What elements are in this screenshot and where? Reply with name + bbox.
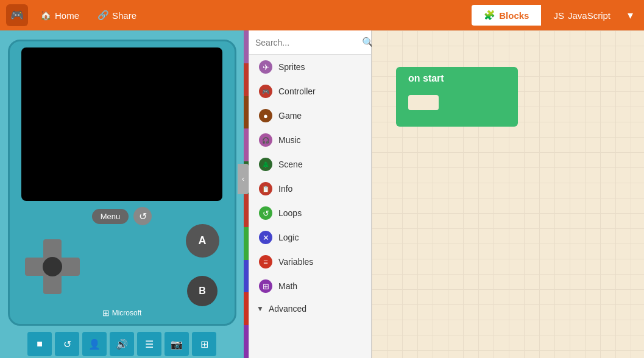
device-body: Menu ↺ A B ⊞ Microsoft: [8, 40, 236, 326]
advanced-chevron-icon: ▼: [257, 304, 264, 313]
logic-label: Logic: [278, 233, 299, 242]
music-icon: 🎧: [259, 133, 272, 147]
javascript-tab[interactable]: JS JavaScript: [541, 5, 623, 26]
windows-icon: ⊞: [102, 308, 110, 318]
js-icon: JS: [553, 10, 564, 21]
list-button[interactable]: ☰: [137, 332, 161, 356]
search-area: 🔍: [249, 30, 371, 55]
game-label: Game: [278, 111, 302, 121]
refresh-button[interactable]: ↺: [55, 332, 79, 356]
logic-icon: ✕: [259, 231, 272, 244]
device-screen: [21, 47, 222, 201]
blocks-panel: 🔍 ✈ Sprites 🎮 Controller ● Game 🎧: [244, 30, 372, 358]
category-controller[interactable]: 🎮 Controller: [249, 79, 371, 104]
logo-icon: 🎮: [10, 9, 24, 22]
math-icon: ⊞: [259, 279, 272, 293]
block-on-start[interactable]: on start: [396, 67, 518, 127]
loops-icon: ↺: [259, 206, 272, 220]
game-icon: ●: [259, 109, 272, 122]
button-b[interactable]: B: [187, 276, 218, 306]
microsoft-label: Microsoft: [112, 309, 142, 317]
stop-button[interactable]: ■: [27, 332, 52, 356]
category-advanced[interactable]: ▼ Advanced: [249, 298, 371, 319]
category-panel: 🔍 ✈ Sprites 🎮 Controller ● Game 🎧: [249, 30, 371, 358]
button-a[interactable]: A: [186, 224, 219, 258]
controller-icon: 🎮: [259, 85, 272, 98]
category-math[interactable]: ⊞ Math: [249, 274, 371, 298]
device-refresh-button[interactable]: ↺: [133, 207, 152, 225]
collapse-button[interactable]: ‹: [238, 164, 249, 194]
block-notch: [408, 95, 439, 110]
menu-area: Menu ↺: [92, 207, 152, 225]
screenshot-button[interactable]: 📷: [165, 332, 189, 356]
scene-icon: 🌲: [259, 158, 272, 171]
sprites-label: Sprites: [278, 62, 305, 72]
loops-label: Loops: [278, 208, 302, 218]
menu-button[interactable]: Menu: [92, 209, 129, 224]
simulator-panel: Menu ↺ A B ⊞ Microsoft: [0, 30, 244, 358]
fullscreen-button[interactable]: ⊞: [192, 332, 216, 356]
dpad-center: [43, 257, 62, 276]
sprites-icon: ✈: [259, 60, 272, 74]
category-scene[interactable]: 🌲 Scene: [249, 152, 371, 177]
microsoft-logo: ⊞ Microsoft: [102, 308, 142, 318]
view-dropdown[interactable]: ▾: [623, 4, 638, 27]
dpad[interactable]: [25, 239, 80, 294]
category-logic[interactable]: ✕ Logic: [249, 225, 371, 250]
sound-button[interactable]: 🔊: [110, 332, 134, 356]
main-area: Menu ↺ A B ⊞ Microsoft: [0, 30, 644, 358]
info-label: Info: [278, 184, 292, 194]
share-label: Share: [112, 10, 136, 21]
category-music[interactable]: 🎧 Music: [249, 128, 371, 152]
color-stripe: [244, 30, 249, 358]
user-button[interactable]: 👤: [82, 332, 107, 356]
header: 🎮 🏠 Home 🔗 Share 🧩 Blocks JS JavaScript …: [0, 0, 644, 30]
workspace[interactable]: on start: [372, 30, 644, 358]
category-variables[interactable]: ≡ Variables: [249, 250, 371, 274]
block-on-start-body: [396, 90, 518, 127]
math-label: Math: [278, 281, 297, 291]
category-info[interactable]: 📋 Info: [249, 177, 371, 201]
share-button[interactable]: 🔗 Share: [91, 7, 143, 24]
info-icon: 📋: [259, 182, 272, 195]
controller-label: Controller: [278, 86, 316, 96]
advanced-label: Advanced: [269, 304, 306, 314]
category-list: ✈ Sprites 🎮 Controller ● Game 🎧 Music 🌲: [249, 55, 371, 358]
scene-label: Scene: [278, 160, 303, 169]
view-toggle: 🧩 Blocks JS JavaScript ▾: [472, 4, 638, 27]
category-sprites[interactable]: ✈ Sprites: [249, 55, 371, 79]
blocks-tab[interactable]: 🧩 Blocks: [472, 5, 541, 26]
sim-toolbar: ■ ↺ 👤 🔊 ☰ 📷 ⊞: [27, 332, 216, 356]
js-label: JavaScript: [568, 10, 610, 21]
variables-icon: ≡: [259, 255, 272, 268]
logo: 🎮: [6, 4, 28, 26]
blocks-label: Blocks: [499, 10, 529, 21]
device-controls: A B: [16, 230, 228, 303]
share-icon: 🔗: [97, 10, 109, 21]
search-input[interactable]: [255, 38, 362, 47]
category-loops[interactable]: ↺ Loops: [249, 201, 371, 225]
music-label: Music: [278, 135, 301, 145]
blocks-icon: 🧩: [484, 10, 495, 21]
category-game[interactable]: ● Game: [249, 104, 371, 128]
home-button[interactable]: 🏠 Home: [34, 7, 85, 24]
variables-label: Variables: [278, 257, 313, 267]
home-label: Home: [55, 10, 79, 21]
home-icon: 🏠: [40, 10, 52, 21]
block-on-start-header: on start: [396, 67, 518, 90]
